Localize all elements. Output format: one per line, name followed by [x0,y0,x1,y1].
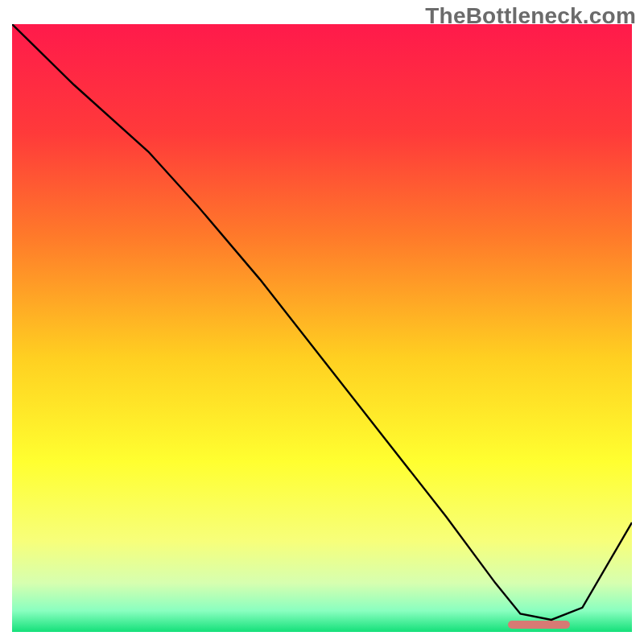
watermark-text: TheBottleneck.com [425,3,636,29]
highlight-range-marker [508,621,570,629]
chart-plot-area [12,24,632,632]
chart-svg [12,24,632,632]
chart-container: TheBottleneck.com [0,0,644,644]
gradient-background [12,24,632,632]
